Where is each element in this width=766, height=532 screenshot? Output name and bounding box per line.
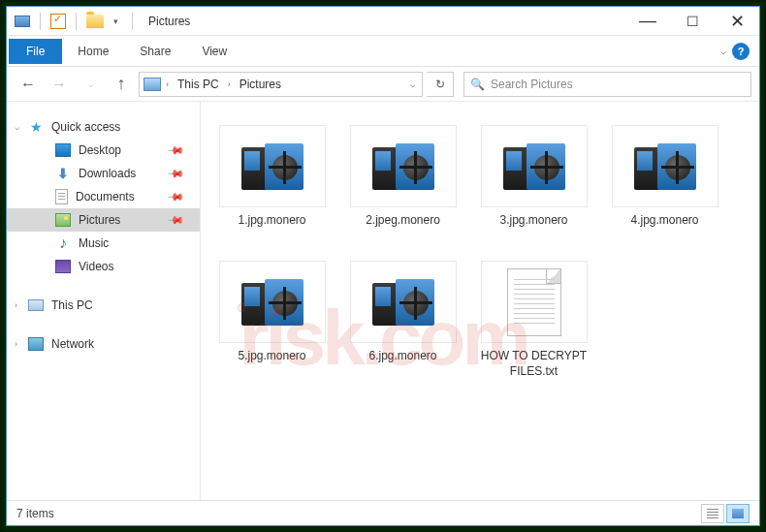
sidebar-item-downloads[interactable]: ⬇Downloads📌 bbox=[7, 162, 200, 185]
file-tile[interactable]: 5.jpg.monero bbox=[207, 251, 337, 387]
file-name: 5.jpg.monero bbox=[238, 349, 305, 364]
file-thumbnail bbox=[219, 125, 326, 207]
downloads-icon: ⬇ bbox=[55, 167, 71, 180]
file-tile[interactable]: 6.jpg.monero bbox=[337, 251, 468, 387]
file-name: HOW TO DECRYPT FILES.txt bbox=[481, 349, 588, 379]
pin-icon: 📌 bbox=[166, 141, 184, 159]
pc-icon bbox=[28, 299, 44, 311]
sidebar-item-pictures[interactable]: Pictures📌 bbox=[7, 208, 200, 232]
file-thumbnail bbox=[350, 125, 457, 207]
sidebar-item-label: Music bbox=[79, 236, 109, 250]
ribbon-expand-icon[interactable]: ⌵ bbox=[720, 46, 726, 56]
files-view[interactable]: 1.jpg.monero2.jpeg.monero3.jpg.monero4.j… bbox=[201, 102, 759, 500]
pin-icon: 📌 bbox=[166, 187, 184, 205]
encrypted-file-icon bbox=[372, 143, 434, 190]
close-button[interactable]: ✕ bbox=[715, 7, 759, 36]
sidebar-item-label: Videos bbox=[79, 260, 113, 273]
tab-view[interactable]: View bbox=[186, 39, 242, 64]
chevron-right-icon[interactable]: › bbox=[225, 79, 234, 89]
minimize-button[interactable]: — bbox=[625, 7, 670, 36]
file-tab[interactable]: File bbox=[9, 39, 62, 64]
search-placeholder: Search Pictures bbox=[491, 78, 573, 91]
file-thumbnail bbox=[350, 261, 457, 343]
item-count: 7 items bbox=[16, 507, 54, 520]
encrypted-file-icon bbox=[503, 143, 565, 190]
expand-icon[interactable]: › bbox=[15, 339, 17, 349]
sidebar-item-videos[interactable]: Videos bbox=[7, 255, 200, 278]
sidebar-this-pc[interactable]: › This PC bbox=[7, 294, 200, 317]
title-bar[interactable]: ▾ Pictures — ☐ ✕ bbox=[7, 7, 759, 36]
file-tile[interactable]: HOW TO DECRYPT FILES.txt bbox=[468, 251, 599, 387]
thumbnails-view-button[interactable] bbox=[726, 504, 750, 523]
sidebar-item-music[interactable]: ♪Music bbox=[7, 232, 200, 255]
maximize-button[interactable]: ☐ bbox=[670, 7, 715, 36]
sidebar-item-documents[interactable]: Documents📌 bbox=[7, 185, 200, 208]
file-thumbnail bbox=[219, 261, 326, 343]
qat-dropdown-icon[interactable]: ▾ bbox=[110, 16, 122, 26]
history-dropdown-icon[interactable]: ⌵ bbox=[77, 71, 104, 98]
breadcrumb-root[interactable]: This PC bbox=[174, 78, 223, 91]
details-view-button[interactable] bbox=[701, 504, 724, 523]
pin-icon: 📌 bbox=[166, 210, 184, 229]
qat-properties-icon[interactable] bbox=[50, 14, 66, 29]
nav-bar: ← → ⌵ ↑ › This PC › Pictures ⌵ ↻ 🔍 Searc… bbox=[7, 67, 759, 102]
expand-icon[interactable]: ⌵ bbox=[15, 122, 19, 132]
music-icon: ♪ bbox=[55, 236, 71, 250]
up-button[interactable]: ↑ bbox=[108, 71, 135, 98]
file-tile[interactable]: 4.jpg.monero bbox=[599, 115, 730, 251]
search-icon: 🔍 bbox=[470, 78, 485, 91]
forward-button[interactable]: → bbox=[46, 71, 73, 98]
star-icon: ★ bbox=[28, 120, 44, 134]
file-tile[interactable]: 1.jpg.monero bbox=[207, 115, 337, 251]
text-file-icon bbox=[507, 268, 561, 336]
documents-icon bbox=[55, 189, 68, 204]
sidebar-item-label: Downloads bbox=[79, 167, 136, 180]
help-button[interactable]: ? bbox=[732, 43, 750, 60]
file-name: 6.jpg.monero bbox=[368, 349, 436, 364]
refresh-button[interactable]: ↻ bbox=[427, 72, 454, 97]
navigation-pane: ⌵ ★ Quick access Desktop📌⬇Downloads📌Docu… bbox=[7, 102, 201, 500]
file-name: 2.jpeg.monero bbox=[366, 213, 440, 229]
address-bar[interactable]: › This PC › Pictures ⌵ bbox=[139, 72, 423, 97]
pin-icon: 📌 bbox=[166, 164, 184, 182]
explorer-window: ▾ Pictures — ☐ ✕ File Home Share View ⌵ … bbox=[6, 6, 760, 526]
file-thumbnail bbox=[481, 125, 588, 207]
file-tile[interactable]: 2.jpeg.monero bbox=[337, 115, 468, 251]
sidebar-item-label: Pictures bbox=[79, 213, 120, 227]
sidebar-network[interactable]: › Network bbox=[7, 332, 200, 356]
sidebar-item-label: Desktop bbox=[79, 143, 121, 157]
separator bbox=[40, 13, 41, 30]
pictures-icon bbox=[55, 213, 71, 227]
file-name: 4.jpg.monero bbox=[630, 213, 698, 229]
network-icon bbox=[28, 337, 44, 351]
encrypted-file-icon bbox=[372, 279, 434, 326]
breadcrumb-current[interactable]: Pictures bbox=[236, 78, 285, 91]
tab-share[interactable]: Share bbox=[124, 39, 186, 64]
location-icon bbox=[144, 78, 161, 91]
separator bbox=[76, 13, 77, 30]
desktop-icon bbox=[55, 143, 71, 157]
expand-icon[interactable]: › bbox=[15, 300, 17, 310]
separator bbox=[132, 13, 133, 30]
content-body: ⌵ ★ Quick access Desktop📌⬇Downloads📌Docu… bbox=[7, 102, 759, 500]
sidebar-item-desktop[interactable]: Desktop📌 bbox=[7, 139, 200, 162]
back-button[interactable]: ← bbox=[15, 71, 42, 98]
app-icon[interactable] bbox=[15, 16, 30, 27]
folder-icon bbox=[86, 15, 104, 28]
chevron-right-icon[interactable]: › bbox=[163, 79, 172, 89]
window-title: Pictures bbox=[144, 15, 190, 28]
tab-home[interactable]: Home bbox=[62, 39, 124, 64]
address-dropdown-icon[interactable]: ⌵ bbox=[407, 79, 418, 89]
encrypted-file-icon bbox=[241, 279, 303, 326]
encrypted-file-icon bbox=[634, 143, 696, 190]
sidebar-item-label: Documents bbox=[76, 190, 135, 203]
search-input[interactable]: 🔍 Search Pictures bbox=[463, 72, 751, 97]
encrypted-file-icon bbox=[241, 143, 303, 190]
file-name: 3.jpg.monero bbox=[499, 213, 567, 229]
ribbon: File Home Share View ⌵ ? bbox=[7, 36, 759, 67]
sidebar-quick-access[interactable]: ⌵ ★ Quick access bbox=[7, 115, 200, 139]
file-thumbnail bbox=[481, 261, 588, 343]
file-tile[interactable]: 3.jpg.monero bbox=[468, 115, 599, 251]
file-thumbnail bbox=[612, 125, 718, 207]
status-bar: 7 items bbox=[7, 500, 759, 525]
